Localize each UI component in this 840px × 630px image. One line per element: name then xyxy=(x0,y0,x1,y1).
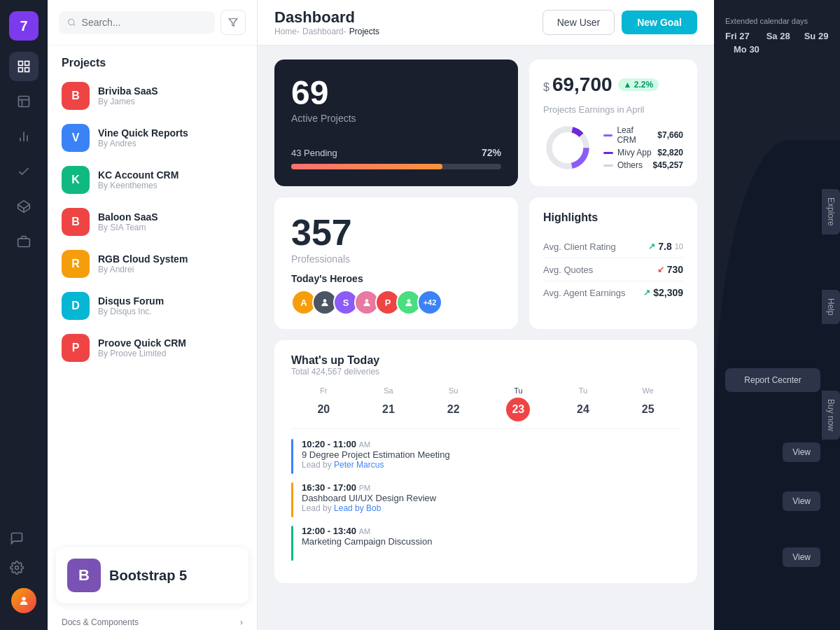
sidebar-icon-message[interactable] xyxy=(2,524,31,553)
user-profile-avatar[interactable] xyxy=(11,588,36,613)
pending-label: 43 Pending xyxy=(291,148,337,158)
help-tab[interactable]: Help xyxy=(822,290,840,324)
project-by-4: By Andrei xyxy=(98,265,188,274)
avatars-row: A S P +42 xyxy=(291,290,501,315)
new-user-button[interactable]: New User xyxy=(542,10,615,35)
project-logo-0: B xyxy=(62,82,90,110)
progress-bar-fill xyxy=(291,164,442,169)
view-button-3[interactable]: View xyxy=(783,547,820,567)
svg-rect-2 xyxy=(19,68,23,72)
progress-pct: 72% xyxy=(482,147,501,158)
view-button-1[interactable]: View xyxy=(783,442,820,462)
view-button-2[interactable]: View xyxy=(783,491,820,511)
professionals-label: Professionals xyxy=(291,253,501,265)
svg-point-20 xyxy=(550,130,587,167)
breadcrumb-home: Home- xyxy=(274,27,300,36)
whats-up-title: What's up Today xyxy=(291,354,680,367)
sidebar-icon-settings[interactable] xyxy=(2,553,31,582)
project-item-3[interactable]: B Baloon SaaS By SIA Team xyxy=(56,201,248,243)
active-projects-label: Active Projects xyxy=(291,113,501,124)
right-panel: Extended calendar days Fri 27 Sa 28 Su 2… xyxy=(714,0,840,630)
svg-marker-17 xyxy=(229,19,237,27)
cal-day-su[interactable]: Su 22 xyxy=(421,386,486,421)
buynow-tab[interactable]: Buy now xyxy=(822,391,840,440)
ap-pending-row: 43 Pending 72% xyxy=(291,147,501,158)
project-item-0[interactable]: B Briviba SaaS By James xyxy=(56,75,248,117)
svg-rect-3 xyxy=(25,68,29,72)
bootstrap-logo: B xyxy=(67,559,101,592)
page-title: Dashboard xyxy=(274,8,379,27)
project-name-4: RGB Cloud System xyxy=(98,253,188,265)
bootstrap-card[interactable]: B Bootstrap 5 xyxy=(56,547,248,603)
project-item-6[interactable]: P Proove Quick CRM By Proove Limited xyxy=(56,327,248,369)
search-input[interactable] xyxy=(82,17,206,28)
event-bar-2 xyxy=(291,482,293,517)
dashboard-grid: 69 Active Projects 43 Pending 72% $ xyxy=(258,46,714,630)
sidebar-icon-layers[interactable] xyxy=(9,87,38,116)
sidebar-icon-check[interactable] xyxy=(9,157,38,186)
legend-leaf-crm: Leaf CRM $7,660 xyxy=(603,125,683,145)
report-center-button[interactable]: Report Cecnter xyxy=(725,368,820,392)
cal-day-tu-23[interactable]: Tu 23 xyxy=(486,386,551,421)
cal-day-we[interactable]: We 25 xyxy=(615,386,680,421)
sidebar: 7 xyxy=(0,0,48,630)
highlight-avg-quotes: Avg. Quotes ↙ 730 xyxy=(543,258,683,281)
search-icon xyxy=(67,18,76,27)
project-name-6: Proove Quick CRM xyxy=(98,337,186,349)
donut-chart xyxy=(543,123,592,172)
svg-point-15 xyxy=(69,19,74,24)
highlights-title: Highlights xyxy=(543,211,683,224)
svg-point-22 xyxy=(365,299,369,302)
sidebar-icon-stack[interactable] xyxy=(9,192,38,221)
svg-rect-0 xyxy=(19,62,23,66)
svg-point-14 xyxy=(22,597,25,601)
new-goal-button[interactable]: New Goal xyxy=(622,10,697,34)
project-by-1: By Andres xyxy=(98,139,188,148)
active-projects-bottom: 43 Pending 72% xyxy=(291,147,501,169)
project-item-1[interactable]: V Vine Quick Reports By Andres xyxy=(56,117,248,159)
sidebar-icon-chart[interactable] xyxy=(9,122,38,151)
project-logo-4: R xyxy=(62,250,90,278)
svg-rect-1 xyxy=(25,62,29,66)
bootstrap-text: Bootstrap 5 xyxy=(109,568,187,584)
progress-bar-wrap xyxy=(291,164,501,169)
earnings-value: 69,700 xyxy=(552,74,612,96)
sidebar-icon-briefcase[interactable] xyxy=(9,227,38,256)
earnings-amount: $ 69,700 xyxy=(543,74,612,96)
whats-up-sub: Total 424,567 deliveries xyxy=(291,367,680,377)
main-content: Dashboard Home- Dashboard- Projects New … xyxy=(258,0,714,630)
search-input-wrap[interactable] xyxy=(59,11,215,34)
event-details-1: 10:20 - 11:00 AM 9 Degree Project Estima… xyxy=(302,439,450,470)
project-item-5[interactable]: D Disqus Forum By Disqus Inc. xyxy=(56,285,248,327)
breadcrumb: Home- Dashboard- Projects xyxy=(274,27,379,36)
top-bar: Dashboard Home- Dashboard- Projects New … xyxy=(258,0,714,46)
earnings-card: $ 69,700 ▲ 2.2% Projects Earnings in Apr… xyxy=(529,59,697,186)
explore-tab[interactable]: Explore xyxy=(822,189,840,234)
project-item-2[interactable]: K KC Account CRM By Keenthemes xyxy=(56,159,248,201)
sidebar-icon-grid[interactable] xyxy=(9,52,38,81)
project-logo-6: P xyxy=(62,334,90,362)
view-btn-2[interactable]: View xyxy=(783,491,820,511)
left-panel: Projects B Briviba SaaS By James V Vine … xyxy=(48,0,258,630)
project-name-0: Briviba SaaS xyxy=(98,85,158,97)
cal-day-sa[interactable]: Sa 21 xyxy=(356,386,421,421)
breadcrumb-dashboard: Dashboard- xyxy=(302,27,346,36)
legend-others: Others $45,257 xyxy=(603,160,683,170)
svg-line-16 xyxy=(74,24,75,25)
user-avatar-number[interactable]: 7 xyxy=(9,11,38,41)
filter-button[interactable] xyxy=(220,10,246,35)
view-btn-1[interactable]: View xyxy=(783,442,820,462)
svg-point-13 xyxy=(15,566,19,570)
active-projects-card: 69 Active Projects 43 Pending 72% xyxy=(274,59,518,186)
cal-day-fr[interactable]: Fr 20 xyxy=(291,386,356,421)
project-item-4[interactable]: R RGB Cloud System By Andrei xyxy=(56,243,248,285)
project-by-6: By Proove Limited xyxy=(98,349,186,358)
docs-link[interactable]: Docs & Components › xyxy=(48,612,257,630)
earnings-legend: Leaf CRM $7,660 Mivy App $2,820 Others $… xyxy=(603,125,683,170)
svg-rect-12 xyxy=(18,239,30,247)
cal-day-tu-24[interactable]: Tu 24 xyxy=(551,386,616,421)
project-logo-1: V xyxy=(62,124,90,152)
professionals-number: 357 xyxy=(291,211,501,253)
event-details-3: 12:00 - 13:40 AM Marketing Campaign Disc… xyxy=(302,526,432,547)
view-btn-3[interactable]: View xyxy=(783,547,820,567)
